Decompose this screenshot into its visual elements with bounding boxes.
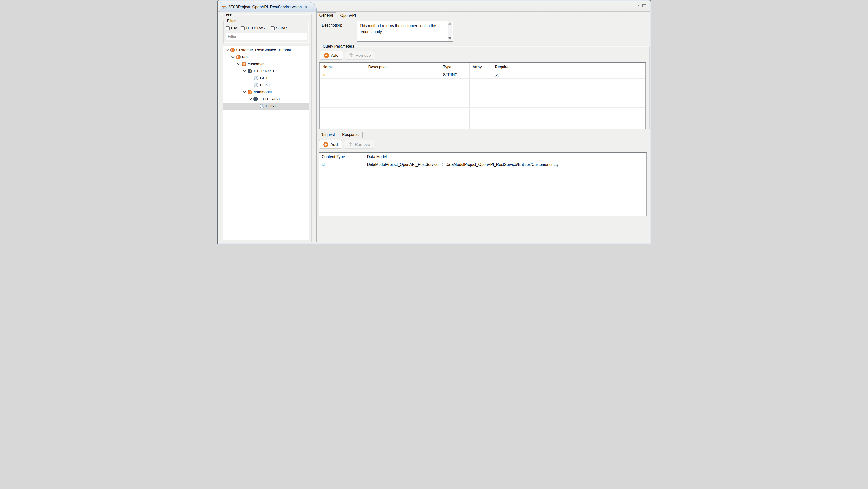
tree-item-label: Customer_RestService_Tutorial — [237, 48, 291, 52]
column-header-array[interactable]: Array — [470, 63, 492, 71]
checkbox-icon[interactable] — [226, 26, 230, 30]
table-cell-empty — [492, 108, 516, 115]
tree-item-http-rest[interactable]: HHTTP ReST — [223, 96, 309, 102]
tab-response[interactable]: Response — [339, 131, 363, 138]
table-row-empty[interactable] — [320, 115, 645, 122]
column-header-data-model[interactable]: Data Model — [364, 153, 599, 161]
table-row[interactable]: idDataModelProject_OpenAPI_RestService -… — [319, 161, 646, 168]
remove-button[interactable]: x Remove — [345, 51, 375, 60]
tree-item-get[interactable]: OGET — [223, 74, 309, 82]
table-cell-empty — [516, 115, 645, 122]
table-row-empty[interactable] — [320, 100, 645, 108]
description-textarea[interactable]: This method returns the customer sent in… — [357, 21, 453, 41]
table-cell-empty — [470, 86, 492, 93]
column-header-description[interactable]: Description — [366, 63, 440, 71]
chevron-down-icon[interactable] — [243, 69, 246, 72]
service-tree[interactable]: CCustomer_RestService_TutorialCrestCcust… — [223, 45, 309, 240]
chevron-down-icon[interactable] — [243, 90, 246, 93]
table-cell-empty — [319, 200, 364, 208]
chevron-down-icon[interactable] — [249, 97, 252, 100]
column-header-required[interactable]: Required — [492, 63, 516, 71]
description-text: This method returns the customer sent in… — [360, 23, 445, 35]
param-description-cell[interactable] — [366, 71, 440, 79]
column-header-type[interactable]: Type — [440, 63, 470, 71]
checkbox-icon[interactable] — [495, 73, 499, 77]
filter-input[interactable] — [226, 33, 307, 40]
table-cell-empty — [440, 93, 470, 100]
column-header-name[interactable]: Name — [320, 63, 366, 71]
checkbox-icon[interactable] — [473, 73, 476, 77]
filter-checkbox-file[interactable]: File — [226, 26, 237, 30]
table-cell-empty — [319, 184, 364, 192]
tree-item-http-rest[interactable]: HHTTP ReST — [223, 68, 309, 74]
maximize-icon[interactable] — [642, 4, 646, 7]
openapi-tab-content: Description: This method returns the cus… — [316, 19, 650, 242]
filter-checkbox-soap[interactable]: SOAP — [271, 26, 287, 30]
tree-item-post[interactable]: OPOST — [223, 102, 309, 110]
tab-general[interactable]: General — [316, 12, 336, 19]
request-table[interactable]: Content-TypeData ModelidDataModelProject… — [319, 152, 647, 216]
chevron-down-icon[interactable] — [237, 62, 240, 65]
table-cell-empty — [440, 79, 470, 86]
column-header-filler — [599, 153, 646, 161]
add-button[interactable]: + Add — [319, 140, 342, 149]
tree-item-label: GET — [260, 76, 268, 80]
param-required-cell[interactable] — [492, 71, 516, 79]
table-cell-empty — [319, 192, 364, 200]
content-type-cell[interactable]: id — [319, 161, 364, 168]
column-header-content-type[interactable]: Content-Type — [319, 153, 364, 161]
table-cell-empty — [470, 115, 492, 122]
table-row-empty[interactable] — [320, 122, 645, 129]
tree-item-post[interactable]: OPOST — [223, 82, 309, 89]
table-row[interactable]: idSTRING — [320, 71, 645, 79]
table-row-empty[interactable] — [320, 86, 645, 93]
filter-checkboxes: FileHTTP ReSTSOAP — [226, 26, 287, 30]
tab-openapi[interactable]: OpenAPI — [337, 11, 360, 19]
scrollbar[interactable] — [448, 22, 452, 40]
table-row-empty[interactable] — [320, 79, 645, 86]
checkbox-icon[interactable] — [241, 26, 245, 30]
table-cell-empty — [319, 177, 364, 184]
table-row-empty[interactable] — [319, 176, 646, 184]
tree-item-datamodel[interactable]: Cdatamodel — [223, 89, 309, 96]
tree-item-customer-restservice-tutorial[interactable]: CCustomer_RestService_Tutorial — [223, 47, 309, 54]
plus-icon: + — [323, 142, 328, 147]
table-cell-empty — [440, 115, 470, 122]
component-icon: C — [242, 62, 246, 66]
table-row-empty[interactable] — [320, 108, 645, 115]
add-button[interactable]: + Add — [320, 51, 343, 60]
checkbox-icon[interactable] — [271, 26, 275, 30]
editor-tab[interactable]: *ESBProject_OpenAPI_RestService.wsinc ✕ — [220, 2, 316, 11]
table-cell-empty — [599, 200, 646, 208]
table-row-empty[interactable] — [319, 168, 646, 176]
close-icon[interactable]: ✕ — [305, 5, 307, 9]
scroll-up-icon[interactable] — [448, 23, 452, 25]
table-row-empty[interactable] — [319, 208, 646, 216]
chevron-down-icon[interactable] — [225, 48, 229, 51]
table-cell-empty — [440, 100, 470, 108]
trash-icon: x — [349, 143, 353, 147]
chevron-down-icon[interactable] — [231, 55, 235, 58]
table-cell-empty — [366, 108, 440, 115]
table-row-empty[interactable] — [320, 93, 645, 100]
tree-item-rest[interactable]: Crest — [223, 54, 309, 61]
table-row-empty[interactable] — [319, 192, 646, 200]
remove-button[interactable]: x Remove — [344, 140, 374, 149]
tree-item-customer[interactable]: Ccustomer — [223, 61, 309, 68]
tab-request[interactable]: Request — [317, 131, 339, 138]
scroll-down-icon[interactable] — [448, 37, 452, 39]
table-row-empty[interactable] — [319, 200, 646, 208]
param-type-cell[interactable]: STRING — [440, 71, 470, 79]
param-name-cell[interactable]: id — [320, 71, 366, 79]
table-cell-empty — [366, 93, 440, 100]
wsinc-file-icon — [222, 5, 227, 9]
data-model-cell[interactable]: DataModelProject_OpenAPI_RestService -->… — [364, 161, 599, 168]
query-parameters-table[interactable]: NameDescriptionTypeArrayRequiredidSTRING — [319, 62, 646, 129]
table-cell-empty — [492, 100, 516, 108]
http-rest-icon: H — [248, 69, 252, 73]
minimize-icon[interactable] — [635, 5, 639, 6]
table-row-empty[interactable] — [319, 184, 646, 192]
param-array-cell[interactable] — [470, 71, 492, 79]
request-tab-content: + Add x Remove Content-TypeData ModelidD… — [317, 138, 649, 241]
filter-checkbox-http-rest[interactable]: HTTP ReST — [241, 26, 267, 30]
